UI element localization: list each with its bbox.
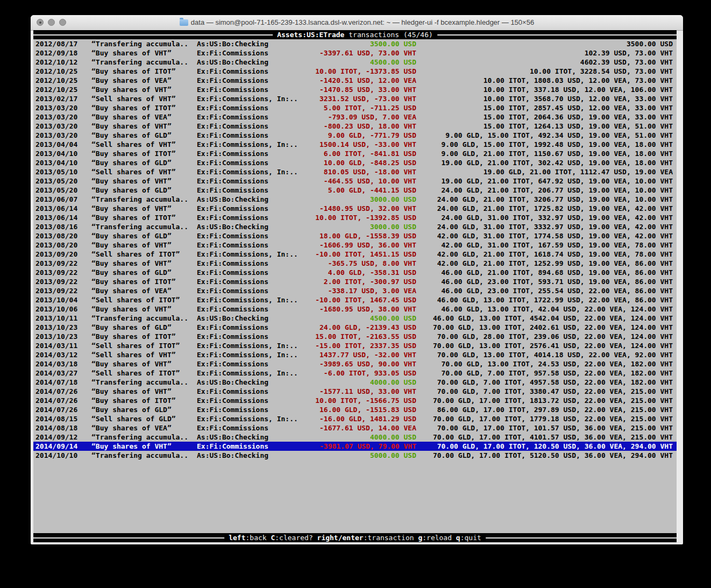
transaction-row[interactable]: 2013/10/23 “Buy shares of ITOT” Ex:Fi:Co… xyxy=(33,332,677,341)
transaction-row[interactable]: 2013/04/04 “Sell shares of VHT” Ex:Fi:Co… xyxy=(33,140,677,149)
transaction-other-accounts: Ex:Fi:Commissions xyxy=(197,85,268,94)
transaction-date: 2014/08/15 xyxy=(35,414,77,423)
transaction-change-amount: -793.09 USD, 7.00 VEA xyxy=(328,112,416,122)
transaction-row[interactable]: 2013/02/17 “Sell shares of VHT” Ex:Fi:Co… xyxy=(33,94,677,103)
transaction-description: “Sell shares of VHT” xyxy=(91,94,176,103)
transaction-row[interactable]: 2013/10/11 “Transfering accumula.. As:US… xyxy=(33,314,677,323)
transaction-row[interactable]: 2014/07/18 “Transfering accumula.. As:US… xyxy=(33,378,677,387)
transaction-row[interactable]: 2013/10/23 “Buy shares of GLD” Ex:Fi:Com… xyxy=(33,323,677,332)
transaction-description: “Sell shares of ITOT” xyxy=(91,341,180,350)
transaction-row[interactable]: 2012/10/25 “Buy shares of ITOT” Ex:Fi:Co… xyxy=(33,67,677,76)
transaction-row[interactable]: 2013/09/22 “Buy shares of ITOT” Ex:Fi:Co… xyxy=(33,277,677,286)
transaction-date: 2013/05/20 xyxy=(35,176,77,186)
transaction-row[interactable]: 2013/03/20 “Buy shares of VEA” Ex:Fi:Com… xyxy=(33,112,677,122)
transaction-date: 2012/10/25 xyxy=(35,76,77,85)
hint-key: C xyxy=(271,534,275,542)
transaction-row[interactable]: 2014/03/11 “Sell shares of ITOT” Ex:Fi:C… xyxy=(33,341,677,350)
transaction-row[interactable]: 2013/05/20 “Buy shares of VHT” Ex:Fi:Com… xyxy=(33,176,677,186)
transaction-other-accounts: Ex:Fi:Commissions xyxy=(197,103,268,112)
transaction-change-amount: 10.00 GLD, -848.25 USD xyxy=(324,158,416,167)
transaction-running-balance: 24.00 GLD, 31.00 ITOT, 332.97 USD, 19.00… xyxy=(442,213,673,222)
transaction-date: 2014/03/12 xyxy=(35,350,77,359)
transaction-row[interactable]: 2014/03/27 “Sell shares of ITOT” Ex:Fi:C… xyxy=(33,369,677,378)
transaction-other-accounts: Ex:Fi:Commissions xyxy=(197,76,268,85)
transaction-row[interactable]: 2013/09/20 “Sell shares of ITOT” Ex:Fi:C… xyxy=(33,250,677,259)
transaction-description: “Buy shares of VHT” xyxy=(91,442,172,451)
transaction-row[interactable]: 2013/03/20 “Buy shares of ITOT” Ex:Fi:Co… xyxy=(33,103,677,112)
transaction-description: “Buy shares of VHT” xyxy=(91,359,172,369)
transaction-other-accounts: Ex:Fi:Commissions xyxy=(197,304,268,314)
transaction-row[interactable]: 2013/06/14 “Buy shares of ITOT” Ex:Fi:Co… xyxy=(33,213,677,222)
transaction-other-accounts: Ex:Fi:Commissions xyxy=(197,158,268,167)
transaction-row[interactable]: 2013/03/20 “Buy shares of VHT” Ex:Fi:Com… xyxy=(33,122,677,131)
transaction-row[interactable]: 2014/07/26 “Buy shares of GLD” Ex:Fi:Com… xyxy=(33,405,677,414)
transaction-row[interactable]: 2014/08/15 “Sell shares of GLD” Ex:Fi:Co… xyxy=(33,414,677,423)
transaction-description: “Buy shares of ITOT” xyxy=(91,396,176,405)
transaction-description: “Sell shares of VHT” xyxy=(91,140,176,149)
transaction-row[interactable]: 2012/10/12 “Transfering accumula.. As:US… xyxy=(33,58,677,67)
register-header-bar: Assets:US:ETrade transactions (45/46) xyxy=(33,30,677,39)
window-titlebar[interactable]: data — simon@pool-71-165-239-133.lsanca.… xyxy=(31,15,683,31)
transaction-row[interactable]: 2014/09/14 “Buy shares of VHT” Ex:Fi:Com… xyxy=(33,442,677,451)
transaction-running-balance: 15.00 ITOT, 2064.36 USD, 19.00 VEA, 33.0… xyxy=(484,112,673,122)
transaction-date: 2013/10/04 xyxy=(35,295,77,304)
transaction-row[interactable]: 2012/10/25 “Buy shares of VEA” Ex:Fi:Com… xyxy=(33,76,677,85)
transaction-row[interactable]: 2012/09/18 “Buy shares of VHT” Ex:Fi:Com… xyxy=(33,48,677,58)
transaction-date: 2014/07/18 xyxy=(35,378,77,387)
transaction-running-balance: 19.00 GLD, 21.00 ITOT, 302.42 USD, 19.00… xyxy=(442,158,673,167)
transaction-running-balance: 15.00 ITOT, 1264.13 USD, 19.00 VEA, 51.0… xyxy=(484,122,673,131)
transaction-other-accounts: Ex:Fi:Commissions, In:.. xyxy=(197,350,298,359)
transaction-row[interactable]: 2014/07/26 “Buy shares of ITOT” Ex:Fi:Co… xyxy=(33,396,677,405)
transaction-date: 2013/03/20 xyxy=(35,122,77,131)
transaction-row[interactable]: 2012/10/25 “Buy shares of VHT” Ex:Fi:Com… xyxy=(33,85,677,94)
transaction-row[interactable]: 2013/03/20 “Buy shares of GLD” Ex:Fi:Com… xyxy=(33,131,677,140)
transaction-description: “Sell shares of GLD” xyxy=(91,414,176,423)
transaction-other-accounts: Ex:Fi:Commissions, In:.. xyxy=(197,341,298,350)
transaction-other-accounts: Ex:Fi:Commissions xyxy=(197,48,268,58)
transaction-row[interactable]: 2013/08/20 “Buy shares of GLD” Ex:Fi:Com… xyxy=(33,231,677,240)
transaction-running-balance: 70.00 GLD, 17.00 ITOT, 101.57 USD, 36.00… xyxy=(437,423,673,433)
transaction-change-amount: 3000.00 USD xyxy=(370,195,416,204)
transaction-other-accounts: Ex:Fi:Commissions xyxy=(197,387,268,396)
transaction-row[interactable]: 2013/05/10 “Sell shares of VHT” Ex:Fi:Co… xyxy=(33,167,677,176)
transaction-row[interactable]: 2013/10/06 “Buy shares of VHT” Ex:Fi:Com… xyxy=(33,304,677,314)
transaction-change-amount: -800.23 USD, 18.00 VHT xyxy=(324,122,416,131)
transaction-change-amount: 4000.00 USD xyxy=(370,378,416,387)
transaction-running-balance: 19.00 GLD, 21.00 ITOT, 647.92 USD, 19.00… xyxy=(442,176,673,186)
transaction-row[interactable]: 2012/08/17 “Transfering accumula.. As:US… xyxy=(33,39,677,48)
hint-key: right/enter xyxy=(317,534,364,542)
transaction-change-amount: 2.00 ITOT, -300.97 USD xyxy=(324,277,416,286)
transaction-date: 2013/08/20 xyxy=(35,240,77,250)
transaction-row[interactable]: 2014/03/18 “Buy shares of VHT” Ex:Fi:Com… xyxy=(33,359,677,369)
transaction-running-balance: 70.00 GLD, 7.00 ITOT, 4957.58 USD, 22.00… xyxy=(437,378,673,387)
transaction-row[interactable]: 2013/08/20 “Buy shares of VHT” Ex:Fi:Com… xyxy=(33,240,677,250)
transaction-date: 2013/03/20 xyxy=(35,103,77,112)
transaction-row[interactable]: 2013/06/14 “Buy shares of VHT” Ex:Fi:Com… xyxy=(33,204,677,213)
transaction-row[interactable]: 2013/09/22 “Buy shares of VHT” Ex:Fi:Com… xyxy=(33,259,677,268)
transaction-other-accounts: Ex:Fi:Commissions xyxy=(197,359,268,369)
transaction-description: “Transfering accumula.. xyxy=(91,222,188,231)
transaction-row[interactable]: 2013/05/20 “Buy shares of GLD” Ex:Fi:Com… xyxy=(33,186,677,195)
transaction-row[interactable]: 2013/09/22 “Buy shares of GLD” Ex:Fi:Com… xyxy=(33,268,677,277)
transaction-date: 2013/03/20 xyxy=(35,112,77,122)
transaction-row[interactable]: 2014/07/26 “Buy shares of VHT” Ex:Fi:Com… xyxy=(33,387,677,396)
transaction-row[interactable]: 2014/08/18 “Buy shares of VEA” Ex:Fi:Com… xyxy=(33,423,677,433)
transaction-row[interactable]: 2013/08/16 “Transfering accumula.. As:US… xyxy=(33,222,677,231)
transaction-description: “Buy shares of ITOT” xyxy=(91,332,176,341)
transaction-row[interactable]: 2014/10/10 “Transfering accumula.. As:US… xyxy=(33,451,677,460)
transaction-row[interactable]: 2013/10/04 “Sell shares of ITOT” Ex:Fi:C… xyxy=(33,295,677,304)
transaction-row[interactable]: 2013/06/07 “Transfering accumula.. As:US… xyxy=(33,195,677,204)
transaction-row[interactable]: 2014/03/12 “Sell shares of VHT” Ex:Fi:Co… xyxy=(33,350,677,359)
transaction-row[interactable]: 2014/09/12 “Transfering accumula.. As:US… xyxy=(33,433,677,442)
transaction-other-accounts: Ex:Fi:Commissions xyxy=(197,332,268,341)
transaction-row[interactable]: 2013/04/10 “Buy shares of ITOT” Ex:Fi:Co… xyxy=(33,149,677,158)
transaction-row[interactable]: 2013/09/22 “Buy shares of VEA” Ex:Fi:Com… xyxy=(33,286,677,295)
transaction-change-amount: 5.00 ITOT, -711.25 USD xyxy=(324,103,416,112)
transaction-running-balance: 24.00 GLD, 31.00 ITOT, 3332.97 USD, 19.0… xyxy=(437,222,673,231)
transaction-running-balance: 15.00 ITOT, 2857.45 USD, 12.00 VEA, 33.0… xyxy=(484,103,673,112)
transaction-change-amount: 4000.00 USD xyxy=(370,433,416,442)
transaction-date: 2013/06/14 xyxy=(35,213,77,222)
transaction-change-amount: -3989.65 USD, 90.00 VHT xyxy=(319,359,416,369)
transaction-description: “Buy shares of GLD” xyxy=(91,405,172,414)
transaction-row[interactable]: 2013/04/10 “Buy shares of GLD” Ex:Fi:Com… xyxy=(33,158,677,167)
